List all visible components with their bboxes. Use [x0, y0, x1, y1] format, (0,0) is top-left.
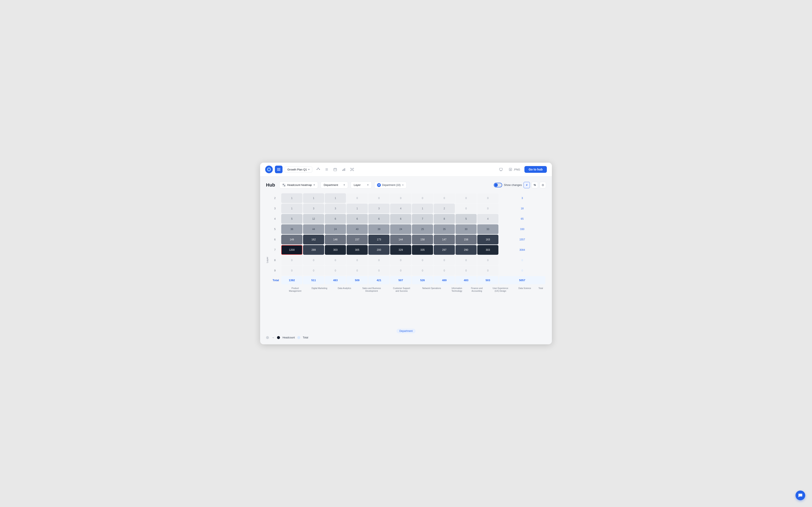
- total-cell[interactable]: 489: [434, 276, 455, 284]
- total-cell[interactable]: 1392: [281, 276, 302, 284]
- heatmap-cell[interactable]: 0: [455, 204, 476, 213]
- format-hash-btn[interactable]: #: [523, 182, 530, 188]
- total-cell[interactable]: 509: [347, 276, 368, 284]
- heatmap-cell[interactable]: 0: [347, 266, 368, 276]
- heatmap-cell[interactable]: 40: [347, 224, 368, 234]
- heatmap-cell[interactable]: 163: [477, 235, 498, 244]
- calendar-icon-btn[interactable]: [332, 166, 339, 173]
- heatmap-cell[interactable]: 149: [281, 235, 302, 244]
- heatmap-cell[interactable]: 303: [325, 245, 346, 255]
- heatmap-cell[interactable]: 30: [455, 224, 476, 234]
- heatmap-cell[interactable]: 0: [325, 256, 346, 265]
- heatmap-cell[interactable]: 200: [368, 245, 390, 255]
- total-cell[interactable]: 483: [455, 276, 476, 284]
- heatmap-cell[interactable]: 24: [325, 224, 346, 234]
- heatmap-cell[interactable]: 0: [477, 256, 498, 265]
- active-filter-chip[interactable]: 10 Department (10) ✕: [374, 182, 407, 188]
- heatmap-cell[interactable]: 1: [325, 193, 346, 203]
- heatmap-cell[interactable]: 0: [390, 193, 411, 203]
- heatmap-cell[interactable]: 0: [281, 266, 302, 276]
- network-icon-btn[interactable]: [348, 166, 356, 173]
- chat-fab[interactable]: [796, 491, 805, 500]
- heatmap-cell[interactable]: 157: [347, 235, 368, 244]
- total-cell[interactable]: 503: [477, 276, 498, 284]
- heatmap-cell[interactable]: 36: [281, 224, 302, 234]
- heatmap-cell[interactable]: 0: [368, 256, 390, 265]
- logo-button[interactable]: [265, 166, 273, 173]
- heatmap-cell[interactable]: 0: [477, 204, 498, 213]
- heatmap-cell[interactable]: 0: [281, 256, 302, 265]
- heatmap-cell[interactable]: 289: [303, 245, 324, 255]
- heatmap-cell[interactable]: 158: [455, 235, 476, 244]
- heatmap-cell[interactable]: 12: [303, 214, 324, 224]
- heatmap-cell[interactable]: 2: [434, 204, 455, 213]
- heatmap-cell[interactable]: 0: [477, 193, 498, 203]
- heatmap-cell[interactable]: 0: [412, 193, 433, 203]
- heatmap-cell[interactable]: 329: [390, 245, 411, 255]
- heatmap-cell[interactable]: 158: [412, 235, 433, 244]
- heatmap-cell[interactable]: 147: [434, 235, 455, 244]
- heatmap-cell[interactable]: 4: [477, 214, 498, 224]
- heatmap-cell[interactable]: 297: [434, 245, 455, 255]
- heatmap-cell[interactable]: 0: [347, 193, 368, 203]
- heatmap-cell[interactable]: 173: [368, 235, 390, 244]
- heatmap-cell[interactable]: 0: [412, 266, 433, 276]
- heatmap-cell[interactable]: 24: [390, 224, 411, 234]
- heatmap-cell[interactable]: 5: [281, 214, 302, 224]
- heatmap-cell[interactable]: 1: [412, 204, 433, 213]
- settings-btn[interactable]: ⚙: [540, 182, 546, 188]
- heatmap-cell[interactable]: 146: [325, 235, 346, 244]
- plan-selector[interactable]: Growth Plan Q1 ▾: [285, 166, 312, 173]
- total-cell[interactable]: 511: [303, 276, 324, 284]
- heatmap-cell[interactable]: 6: [347, 214, 368, 224]
- heatmap-cell[interactable]: 0: [477, 266, 498, 276]
- heatmap-cell[interactable]: 3: [303, 204, 324, 213]
- heatmap-cell[interactable]: 0: [434, 193, 455, 203]
- heatmap-cell[interactable]: 335: [412, 245, 433, 255]
- heatmap-cell[interactable]: 4: [390, 204, 411, 213]
- heatmap-cell[interactable]: 0: [347, 256, 368, 265]
- heatmap-cell[interactable]: 0: [455, 256, 476, 265]
- heatmap-cell[interactable]: 25: [412, 224, 433, 234]
- total-cell[interactable]: 421: [368, 276, 390, 284]
- heatmap-cell[interactable]: 44: [303, 224, 324, 234]
- heatmap-cell[interactable]: 0: [325, 266, 346, 276]
- heatmap-cell[interactable]: 3: [368, 204, 390, 213]
- heatmap-cell[interactable]: 6: [325, 214, 346, 224]
- total-cell[interactable]: 483: [325, 276, 346, 284]
- heatmap-cell[interactable]: 305: [347, 245, 368, 255]
- heatmap-cell[interactable]: 303: [477, 245, 498, 255]
- heatmap-cell[interactable]: 7: [412, 214, 433, 224]
- heatmap-cell[interactable]: 1: [303, 193, 324, 203]
- heatmap-cell[interactable]: 0: [390, 266, 411, 276]
- monitor-icon-btn[interactable]: [497, 166, 505, 173]
- total-cell[interactable]: 507: [390, 276, 411, 284]
- heatmap-cell[interactable]: 0: [455, 193, 476, 203]
- heatmap-cell[interactable]: 0: [455, 266, 476, 276]
- chart-icon-btn[interactable]: [340, 166, 347, 173]
- heatmap-cell[interactable]: 0: [303, 266, 324, 276]
- show-changes-toggle[interactable]: [494, 183, 502, 187]
- heatmap-type-dropdown[interactable]: Headcount heatmap ▾: [280, 181, 318, 188]
- total-cell[interactable]: 526: [412, 276, 433, 284]
- heatmap-cell[interactable]: 0: [303, 256, 324, 265]
- heatmap-cell[interactable]: 3: [325, 204, 346, 213]
- heatmap-cell[interactable]: 162: [303, 235, 324, 244]
- menu-button[interactable]: [275, 166, 283, 173]
- heatmap-cell[interactable]: 1200: [281, 245, 302, 255]
- heatmap-cell[interactable]: 0: [434, 266, 455, 276]
- heatmap-cell[interactable]: 5: [455, 214, 476, 224]
- go-to-hub-button[interactable]: Go to hub: [524, 166, 547, 173]
- total-cell[interactable]: 5057: [499, 276, 545, 284]
- heatmap-cell[interactable]: 33: [477, 224, 498, 234]
- heatmap-cell[interactable]: 1: [281, 204, 302, 213]
- filter-close-icon[interactable]: ✕: [402, 183, 404, 186]
- heatmap-cell[interactable]: 8: [434, 214, 455, 224]
- heatmap-cell[interactable]: 6: [368, 214, 390, 224]
- heatmap-cell[interactable]: 144: [390, 235, 411, 244]
- heatmap-cell[interactable]: 0: [434, 256, 455, 265]
- heatmap-cell[interactable]: 35: [434, 224, 455, 234]
- png-export-btn[interactable]: .PNG: [507, 166, 522, 172]
- heatmap-cell[interactable]: 1: [347, 204, 368, 213]
- heatmap-cell[interactable]: 0: [390, 256, 411, 265]
